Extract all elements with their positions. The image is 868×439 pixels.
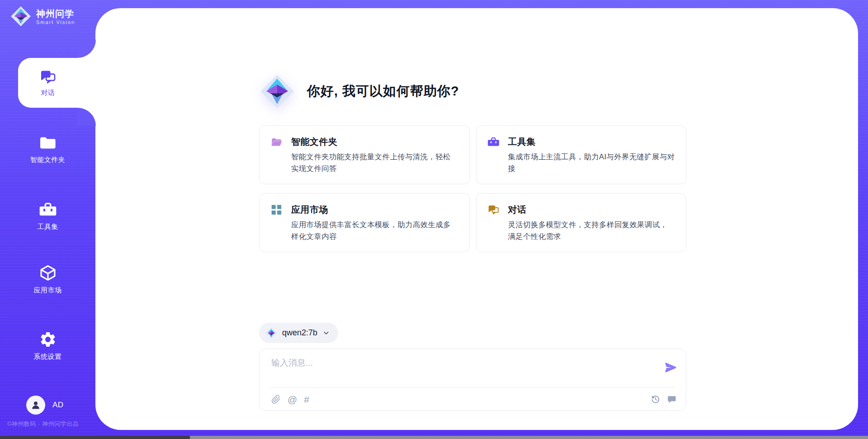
model-name: qwen2:7b — [282, 328, 317, 338]
sidebar-item-settings[interactable]: 系统设置 — [0, 330, 95, 361]
attachment-button[interactable] — [271, 395, 281, 404]
avatar — [26, 396, 45, 415]
brand[interactable]: 神州问学 Smart Vision — [10, 5, 75, 27]
card-smart-folder[interactable]: 智能文件夹 智能文件夹功能支持批量文件上传与清洗，轻松实现文件问答 — [259, 125, 470, 184]
card-description: 集成市场上主流工具，助力AI与外界无缝扩展与对接 — [508, 151, 675, 174]
composer-toolbar: @ # — [271, 388, 677, 410]
sidebar-item-chat[interactable]: 对话 — [18, 58, 98, 108]
chat-icon — [487, 204, 500, 216]
sidebar-item-smart-folder[interactable]: 智能文件夹 — [0, 134, 95, 164]
card-app-market[interactable]: 应用市场 应用市场提供丰富长文本模板，助力高效生成多样化文章内容 — [259, 193, 470, 252]
mention-button[interactable]: @ — [288, 395, 297, 404]
card-description: 灵活切换多模型文件，支持多样回复效果调试，满足个性化需求 — [508, 219, 675, 242]
card-description: 应用市场提供丰富长文本模板，助力高效生成多样化文章内容 — [291, 219, 458, 242]
message-composer: @ # — [259, 348, 686, 411]
attachment-icon — [271, 395, 281, 404]
brand-subtitle: Smart Vision — [36, 19, 75, 25]
chat-bubble-icon — [667, 394, 677, 404]
hash-icon: # — [304, 394, 309, 405]
folder-icon — [39, 134, 57, 152]
folder-open-icon — [270, 136, 283, 148]
user-profile[interactable]: AD — [26, 396, 64, 415]
greeting-text: 你好, 我可以如何帮助你? — [307, 82, 459, 100]
brand-logo-icon — [10, 5, 32, 27]
card-description: 智能文件夹功能支持批量文件上传与清洗，轻松实现文件问答 — [291, 151, 458, 174]
chat-icon — [39, 68, 57, 86]
assistant-logo-icon — [259, 73, 295, 110]
user-name: AD — [52, 401, 64, 410]
cube-icon — [39, 264, 57, 282]
message-input[interactable] — [271, 357, 651, 382]
mention-icon: @ — [288, 394, 297, 405]
brand-name: 神州问学 — [36, 8, 75, 19]
app-window: 神州问学 Smart Vision 对话 智能文件夹 工具集 应用市场 — [0, 0, 868, 439]
toolbox-icon — [39, 200, 57, 219]
toolbox-icon — [487, 136, 500, 148]
window-bottom-edge — [0, 436, 868, 439]
gear-icon — [39, 330, 57, 348]
model-logo-icon — [265, 327, 277, 339]
send-icon — [664, 361, 678, 374]
main-content: 你好, 我可以如何帮助你? 智能文件夹 智能文件夹功能支持批量文件上传与清洗，轻… — [95, 8, 858, 430]
chevron-down-icon — [322, 329, 330, 337]
user-avatar-icon — [30, 399, 42, 411]
send-button[interactable] — [664, 361, 678, 374]
chat-bubble-button[interactable] — [667, 394, 677, 404]
sidebar-item-app-market[interactable]: 应用市场 — [0, 264, 95, 295]
footer-credit: ©神州数码 · 神州问学出品 — [7, 420, 79, 428]
sidebar-item-label: 智能文件夹 — [30, 156, 66, 164]
hash-button[interactable]: # — [304, 395, 309, 404]
card-title: 应用市场 — [291, 204, 328, 216]
brand-text: 神州问学 Smart Vision — [36, 8, 75, 25]
sidebar-item-toolbox[interactable]: 工具集 — [0, 200, 95, 231]
card-title: 对话 — [508, 204, 527, 216]
tab-curve-top — [77, 40, 96, 58]
model-selector[interactable]: qwen2:7b — [259, 323, 338, 343]
sidebar-item-label: 应用市场 — [34, 286, 62, 295]
greeting: 你好, 我可以如何帮助你? — [259, 73, 459, 110]
card-toolbox[interactable]: 工具集 集成市场上主流工具，助力AI与外界无缝扩展与对接 — [476, 125, 687, 184]
history-icon — [651, 394, 660, 404]
sidebar-item-label: 工具集 — [37, 223, 58, 231]
sidebar-item-label: 系统设置 — [34, 353, 62, 361]
grid-icon — [270, 204, 283, 216]
card-title: 智能文件夹 — [291, 136, 338, 148]
feature-cards: 智能文件夹 智能文件夹功能支持批量文件上传与清洗，轻松实现文件问答 工具集 集成… — [259, 125, 686, 252]
sidebar-item-label: 对话 — [41, 89, 55, 97]
tab-curve-bottom — [77, 108, 96, 126]
card-chat[interactable]: 对话 灵活切换多模型文件，支持多样回复效果调试，满足个性化需求 — [476, 193, 687, 252]
card-title: 工具集 — [508, 136, 536, 148]
history-button[interactable] — [651, 394, 660, 404]
